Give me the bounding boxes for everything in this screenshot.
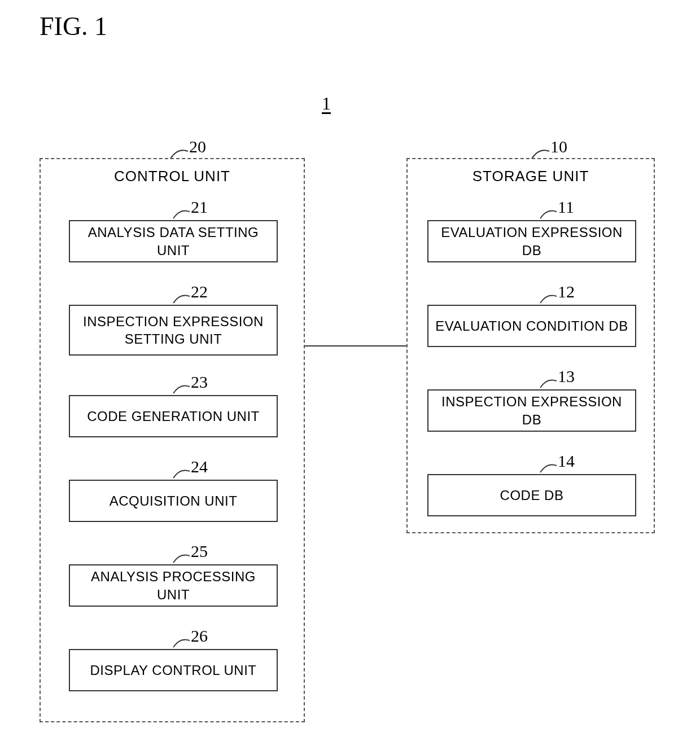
inspection-expression-db: INSPECTION EXPRESSION DB (427, 389, 636, 432)
inspection-expression-setting-unit: INSPECTION EXPRESSION SETTING UNIT (69, 305, 278, 356)
item-ref-11: 11 (558, 198, 574, 217)
item-ref-12: 12 (558, 282, 575, 301)
acquisition-unit: ACQUISITION UNIT (69, 480, 278, 522)
item-ref-26: 26 (191, 626, 208, 646)
evaluation-expression-db: EVALUATION EXPRESSION DB (427, 220, 636, 262)
leader-line-icon (172, 384, 191, 394)
leader-line-icon (172, 294, 191, 304)
control-unit-container: CONTROL UNIT ANALYSIS DATA SETTING UNIT … (40, 158, 305, 722)
leader-line-icon (539, 379, 558, 389)
item-ref-25: 25 (191, 542, 208, 561)
storage-unit-ref: 10 (550, 137, 567, 156)
analysis-data-setting-unit: ANALYSIS DATA SETTING UNIT (69, 220, 278, 262)
leader-line-icon (539, 209, 558, 220)
display-control-unit: DISPLAY CONTROL UNIT (69, 649, 278, 691)
leader-line-icon (172, 469, 191, 479)
leader-line-icon (539, 294, 558, 304)
evaluation-condition-db: EVALUATION CONDITION DB (427, 305, 636, 347)
leader-line-icon (539, 463, 558, 473)
figure-title: FIG. 1 (40, 11, 107, 41)
analysis-processing-unit: ANALYSIS PROCESSING UNIT (69, 564, 278, 607)
system-reference-number: 1 (322, 93, 331, 114)
control-unit-ref: 20 (189, 137, 206, 156)
code-db: CODE DB (427, 474, 636, 516)
control-unit-title: CONTROL UNIT (41, 168, 304, 185)
item-ref-13: 13 (558, 367, 575, 386)
storage-unit-container: STORAGE UNIT EVALUATION EXPRESSION DB EV… (406, 158, 655, 533)
item-ref-21: 21 (191, 198, 208, 217)
connector-line (305, 345, 406, 347)
item-ref-14: 14 (558, 451, 575, 471)
storage-unit-title: STORAGE UNIT (408, 168, 654, 185)
leader-line-icon (172, 638, 191, 648)
item-ref-22: 22 (191, 282, 208, 301)
leader-line-icon (172, 209, 191, 220)
leader-line-icon (172, 554, 191, 564)
item-ref-24: 24 (191, 457, 208, 476)
code-generation-unit: CODE GENERATION UNIT (69, 395, 278, 437)
item-ref-23: 23 (191, 372, 208, 392)
